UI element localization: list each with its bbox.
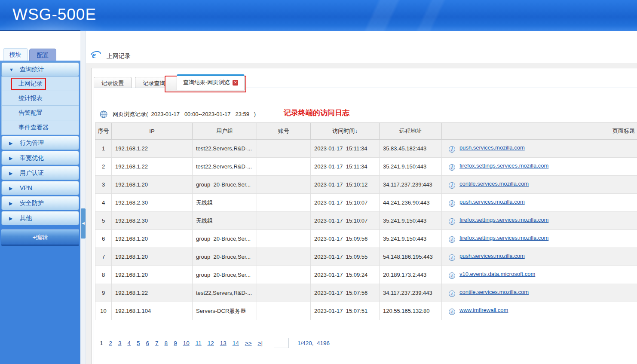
sidebar-item-internet-records[interactable]: 上网记录 [2,76,79,91]
cell-remote-address: 35.83.45.182:443 [380,140,442,158]
cell-no: 4 [95,194,112,212]
info-icon: i [449,291,455,297]
page-link[interactable]: 12 [208,340,214,346]
cell-user-group: test22,Servers,R&D-... [193,140,257,158]
cell-user-group: test22,Servers,R&D-... [193,158,257,176]
cell-no: 10 [95,302,112,320]
sidebar-item-alarm-config[interactable]: 告警配置 [2,106,79,120]
sidebar-group[interactable]: ▶行为管理 [1,136,79,150]
cell-no: 1 [95,140,112,158]
cell-user-group: group 20-Bruce,Ser... [193,176,257,194]
triangle-right-icon: ▶ [9,137,15,150]
page-title-link[interactable]: push.services.mozilla.com [459,253,525,259]
info-icon: i [449,309,455,315]
sidebar-group[interactable]: ▶带宽优化 [1,151,79,165]
col-header-page-title[interactable]: 页面标题 [442,123,637,140]
page-link[interactable]: 14 [233,340,239,346]
col-header-account[interactable]: 账号 [257,123,311,140]
tab-content: 网页浏览记录( 2023-01-17 00:00--2023-01-17 23:… [94,88,637,364]
page-title-link[interactable]: firefox.settings.services.mozilla.com [459,162,548,169]
page-link[interactable]: >> [245,340,252,346]
tab-query-result-web-browsing[interactable]: 查询结果-网页浏览✕ [177,74,245,90]
table-row: 1 192.168.1.22 test22,Servers,R&D-... 20… [95,140,637,158]
sidebar-item-event-viewer[interactable]: 事件查看器 [2,120,79,135]
cell-remote-address: 35.241.9.150:443 [380,158,442,176]
table-row: 2 192.168.1.22 test22,Servers,R&D-... 20… [95,158,637,176]
info-icon: i [449,272,455,279]
sidebar-group[interactable]: ▶VPN [1,181,79,195]
cell-remote-address: 120.55.165.132:80 [380,302,442,320]
annotation-tip-text: 记录终端的访问日志 [284,108,349,118]
cell-user-group: 无线组 [193,194,257,212]
col-header-access-time[interactable]: 访问时间↓ [311,123,380,140]
table-row: 4 192.168.2.30 无线组 2023-01-17 15:10:07 4… [95,194,637,212]
cell-ip: 192.168.2.30 [112,194,193,212]
cell-page-title: icontile.services.mozilla.com [442,284,637,302]
page-title-link[interactable]: www.imfirewall.com [459,307,508,313]
page-title-link[interactable]: firefox.settings.services.mozilla.com [459,217,548,223]
browser-e-icon: e [90,50,101,60]
cell-account [257,158,311,176]
edit-button[interactable]: +编辑 [1,229,79,246]
col-header-no: 序号 [95,123,112,140]
cell-user-group: group 20-Bruce,Ser... [193,230,257,248]
cell-ip: 192.168.1.22 [112,140,193,158]
cell-access-time: 2023-01-17 15:09:55 [311,248,380,266]
cell-page-title: ifirefox.settings.services.mozilla.com [442,212,637,230]
page-link[interactable]: 13 [220,340,227,346]
sidebar-group[interactable]: ▶其他 [1,211,79,225]
cell-ip: 192.168.1.104 [112,302,193,320]
cell-access-time: 2023-01-17 15:11:34 [311,140,380,158]
cell-account [257,212,311,230]
page-link[interactable]: 6 [146,340,150,346]
page-title-link[interactable]: push.services.mozilla.com [459,199,525,205]
sidebar-menu: ▼查询统计 上网记录 统计报表 告警配置 事件查看器 ▶行为管理 ▶带宽优化 [0,61,80,364]
page-title-link[interactable]: contile.services.mozilla.com [459,289,529,295]
sidebar-group[interactable]: ▶用户认证 [1,166,79,180]
page-link[interactable]: >| [258,340,263,346]
sidebar-group-query-stats[interactable]: ▼查询统计 [1,62,79,76]
page-link[interactable]: 1 [100,340,103,346]
page-link[interactable]: 5 [137,340,140,346]
table-row: 7 192.168.1.20 group 20-Bruce,Ser... 202… [95,248,637,266]
info-icon: i [449,218,455,225]
page-link[interactable]: 4 [128,340,131,346]
page-number-input[interactable] [274,338,289,348]
cell-no: 2 [95,158,112,176]
cell-user-group: test22,Servers,R&D-... [193,284,257,302]
col-header-remote-address[interactable]: 远程地址 [380,123,442,140]
close-tab-icon[interactable]: ✕ [233,80,238,86]
cell-access-time: 2023-01-17 15:09:56 [311,230,380,248]
cell-user-group: group 20-Bruce,Ser... [193,248,257,266]
table-body: 1 192.168.1.22 test22,Servers,R&D-... 20… [95,140,637,320]
table-row: 3 192.168.1.20 group 20-Bruce,Ser... 202… [95,176,637,194]
top-banner: WSG-500E [0,0,637,31]
content-panel: 记录设置 记录查询 查询结果-网页浏览✕ 网页浏览记录( 2023-01-17 … [91,68,637,364]
page-link[interactable]: 9 [174,340,177,346]
page-link[interactable]: 7 [155,340,159,346]
page-title-link[interactable]: firefox.settings.services.mozilla.com [459,235,548,241]
sidebar-collapse-handle[interactable]: ◀ [81,208,86,239]
page-link[interactable]: 8 [165,340,168,346]
page-link[interactable]: 10 [183,340,190,346]
page-title-link[interactable]: push.services.mozilla.com [459,144,525,151]
page-link[interactable]: 11 [196,340,202,346]
page-link[interactable]: 3 [118,340,122,346]
cell-access-time: 2023-01-17 15:09:24 [311,266,380,284]
col-header-user-group[interactable]: 用户组 [193,123,257,140]
sidebar-group[interactable]: ▶安全防护 [1,196,79,210]
triangle-right-icon: ▶ [9,197,15,210]
col-header-ip[interactable]: IP [112,123,193,140]
page-title-link[interactable]: contile.services.mozilla.com [459,180,529,187]
cell-access-time: 2023-01-17 15:07:51 [311,302,380,320]
sidebar-tab-modules[interactable]: 模块 [3,48,28,61]
cell-account [257,194,311,212]
sidebar-tab-config[interactable]: 配置 [29,49,56,61]
cell-page-title: iv10.events.data.microsoft.com [442,266,637,284]
cell-remote-address: 44.241.236.90:443 [380,194,442,212]
cell-ip: 192.168.2.30 [112,212,193,230]
page-title-link[interactable]: v10.events.data.microsoft.com [459,271,535,277]
sidebar-item-statistics-report[interactable]: 统计报表 [2,91,79,106]
page-link[interactable]: 2 [109,340,113,346]
cell-ip: 192.168.1.20 [112,230,193,248]
